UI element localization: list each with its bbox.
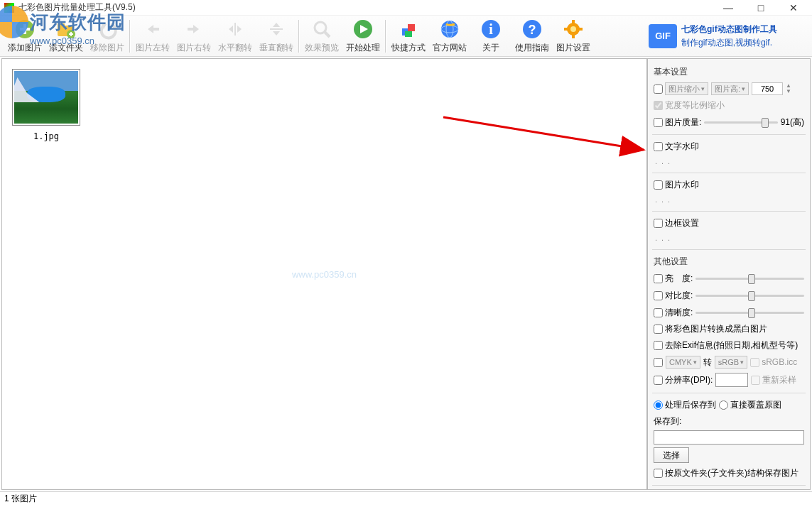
scale-value-input[interactable] — [752, 82, 783, 95]
flip-v-button[interactable]: 垂直翻转 — [256, 16, 297, 56]
svg-text:i: i — [489, 21, 493, 37]
dpi-checkbox[interactable]: 分辨率(DPI): — [654, 374, 713, 386]
rotate-right-button[interactable]: 图片右转 — [173, 16, 215, 56]
resample-checkbox[interactable]: 重新采样 — [751, 374, 796, 386]
dpi-input[interactable] — [715, 373, 748, 387]
quality-value: 91(高) — [781, 116, 804, 129]
undo-icon — [96, 18, 119, 40]
svg-rect-23 — [564, 28, 568, 31]
gif-subtitle: 制作gif动态图,视频转gif. — [681, 37, 777, 49]
gear-icon — [562, 18, 585, 40]
thumbnail-image — [14, 71, 78, 124]
play-icon — [352, 18, 374, 40]
image-watermark-checkbox[interactable]: 图片水印 — [654, 179, 699, 191]
shortcut-button[interactable]: 快捷方式 — [388, 16, 429, 56]
cmyk-select[interactable]: CMYK ▾ — [666, 356, 700, 369]
svg-rect-22 — [572, 35, 575, 38]
thumbnail-item[interactable]: 1.jpg — [12, 69, 80, 141]
rotate-left-button[interactable]: 图片左转 — [132, 16, 173, 56]
sharpness-checkbox[interactable]: 清晰度: — [654, 307, 693, 319]
save-path-input[interactable] — [654, 430, 804, 445]
statusbar: 1 张图片 — [0, 491, 812, 506]
globe-icon — [438, 18, 461, 40]
start-process-button[interactable]: 开始处理 — [342, 16, 384, 56]
svg-text:?: ? — [529, 23, 536, 37]
keep-structure-checkbox[interactable]: 按原文件夹(子文件夹)结构保存图片 — [654, 467, 799, 479]
svg-rect-10 — [408, 24, 415, 31]
info-icon: i — [480, 18, 502, 40]
quality-checkbox[interactable]: 图片质量: — [654, 116, 701, 129]
settings-panel: 基本设置 图片缩小 ▾ 图片高: ▾ ▲▼ 宽度等比例缩小 图片质量: 91(高… — [647, 58, 811, 490]
sharpness-slider[interactable] — [695, 306, 804, 319]
exif-checkbox[interactable]: 去除Exif信息(拍照日期,相机型号等) — [654, 339, 798, 351]
rotate-left-icon — [141, 18, 164, 40]
flip-v-icon — [265, 18, 288, 40]
flip-h-button[interactable]: 水平翻转 — [215, 16, 256, 56]
window-title: 七彩色图片批量处理工具(V9.5) — [18, 1, 718, 13]
gif-banner[interactable]: GIF 七彩色gif动态图制作工具 制作gif动态图,视频转gif. — [646, 19, 808, 53]
close-button[interactable]: ✕ — [784, 1, 803, 14]
srgb-select[interactable]: sRGB ▾ — [715, 356, 747, 369]
text-watermark-checkbox[interactable]: 文字水印 — [654, 141, 699, 153]
svg-line-7 — [325, 32, 330, 37]
svg-rect-2 — [58, 23, 65, 28]
text-wm-details: ... — [655, 157, 804, 165]
toolbar-separator — [129, 20, 131, 53]
toolbar-separator — [298, 20, 300, 53]
border-checkbox[interactable]: 边框设置 — [654, 217, 699, 229]
thumbnail-frame — [12, 69, 80, 126]
folder-plus-icon — [55, 18, 77, 40]
icc-checkbox[interactable]: sRGB.icc — [750, 357, 797, 367]
cmyk-checkbox[interactable] — [654, 358, 663, 367]
maximize-button[interactable]: □ — [751, 1, 771, 14]
svg-rect-21 — [572, 20, 575, 23]
gif-title: 七彩色gif动态图制作工具 — [681, 23, 777, 36]
svg-point-12 — [441, 21, 458, 38]
about-button[interactable]: i 关于 — [470, 16, 511, 56]
other-settings-title: 其他设置 — [654, 256, 804, 268]
minimize-button[interactable]: — — [718, 1, 738, 14]
brightness-checkbox[interactable]: 亮 度: — [654, 273, 693, 285]
toolbar: 添加图片 添文件夹 移除图片 图片左转 图片右转 水平翻转 垂直翻转 效果预览 … — [0, 16, 812, 57]
help-icon: ? — [521, 18, 543, 40]
brightness-slider[interactable] — [695, 272, 804, 285]
remove-image-button[interactable]: 移除图片 — [87, 16, 128, 56]
titlebar: 七彩色图片批量处理工具(V9.5) — □ ✕ — [0, 0, 812, 16]
browse-button[interactable]: 选择 — [654, 447, 689, 463]
status-text: 1 张图片 — [4, 493, 37, 505]
quality-slider[interactable] — [704, 116, 777, 129]
contrast-slider[interactable] — [695, 289, 804, 302]
image-settings-button[interactable]: 图片设置 — [553, 16, 594, 56]
thumbnail-filename: 1.jpg — [12, 131, 80, 141]
toolbar-separator — [385, 20, 386, 53]
scale-height-select[interactable]: 图片高: ▾ — [711, 82, 749, 95]
add-image-button[interactable]: 添加图片 — [4, 16, 45, 56]
svg-point-6 — [315, 22, 326, 33]
app-icon — [4, 3, 14, 13]
center-watermark: www.pc0359.cn — [292, 269, 357, 280]
save-to-radio[interactable]: 处理后保存到 — [654, 399, 716, 411]
gif-badge-icon: GIF — [649, 24, 677, 48]
preview-button[interactable]: 效果预览 — [301, 16, 342, 56]
svg-rect-24 — [579, 28, 583, 31]
website-button[interactable]: 官方网站 — [429, 16, 470, 56]
guide-button[interactable]: ? 使用指南 — [511, 16, 553, 56]
contrast-checkbox[interactable]: 对比度: — [654, 290, 693, 302]
basic-settings-title: 基本设置 — [654, 66, 804, 78]
window-controls: — □ ✕ — [718, 1, 808, 14]
scale-checkbox[interactable]: 图片缩小 ▾ — [654, 82, 708, 95]
main-area: 1.jpg www.pc0359.cn 基本设置 图片缩小 ▾ 图片高: ▾ ▲… — [0, 57, 812, 491]
border-details: ... — [655, 234, 804, 242]
add-folder-button[interactable]: 添文件夹 — [45, 16, 87, 56]
svg-point-20 — [570, 26, 576, 32]
save-path-label: 保存到: — [654, 415, 681, 427]
preview-area[interactable]: 1.jpg www.pc0359.cn — [1, 58, 647, 490]
plus-icon — [13, 18, 36, 40]
bw-checkbox[interactable]: 将彩色图片转换成黑白图片 — [654, 323, 767, 335]
flip-h-icon — [224, 18, 247, 40]
magnify-icon — [310, 18, 333, 40]
cubes-icon — [397, 18, 420, 40]
aspect-checkbox: 宽度等比例缩小 — [654, 99, 725, 111]
spinner-icon[interactable]: ▲▼ — [786, 83, 791, 94]
overwrite-radio[interactable]: 直接覆盖原图 — [719, 399, 781, 411]
